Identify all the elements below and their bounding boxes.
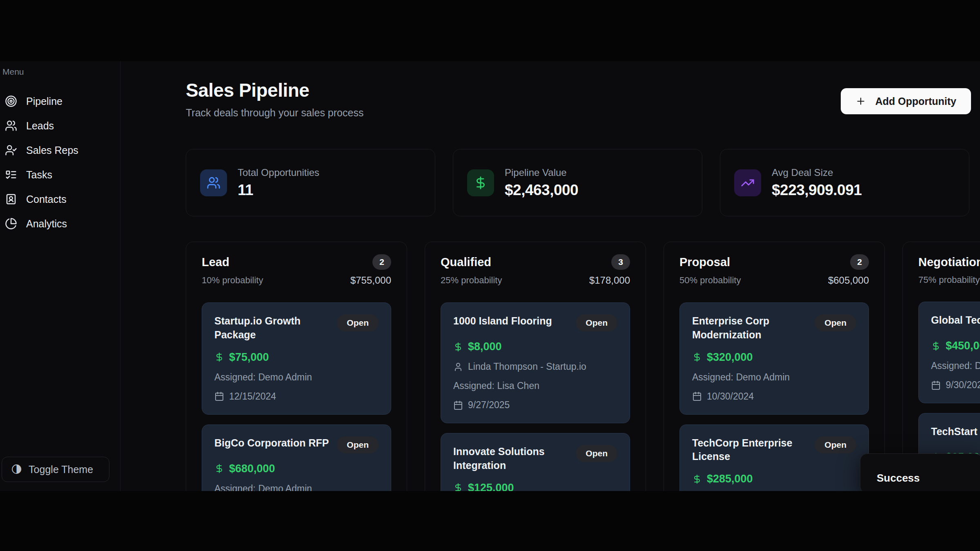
opportunity-title: TechCorp Enterprise License	[692, 436, 810, 464]
opportunity-title: Innovate Solutions Integration	[453, 445, 571, 473]
opportunity-title: TechStart AI Tools	[931, 425, 980, 439]
dollar-icon	[214, 352, 224, 362]
opportunity-card[interactable]: BigCo Corporation RFP Open $680,000 Assi…	[202, 424, 391, 491]
stat-label: Pipeline Value	[505, 167, 578, 178]
column-count-badge: 2	[850, 254, 869, 270]
status-badge: Open	[337, 436, 379, 453]
stat-label: Avg Deal Size	[772, 167, 862, 178]
sidebar-item-label: Sales Reps	[26, 144, 78, 156]
column-count-badge: 3	[611, 254, 630, 270]
deal-value: $680,000	[214, 462, 379, 475]
status-badge: Open	[337, 314, 379, 331]
stat-label: Total Opportunities	[238, 167, 319, 178]
pipeline-board: Lead 2 10% probability $755,000 Startup.…	[186, 242, 980, 491]
opportunity-card[interactable]: Innovate Solutions Integration Open $125…	[441, 433, 630, 491]
opportunity-card[interactable]: TechCorp Enterprise License Open $285,00…	[679, 424, 869, 491]
opportunity-card[interactable]: 1000 Island Flooring Open $8,000 Linda T…	[441, 302, 630, 423]
deal-value: $125,000	[453, 482, 617, 491]
sidebar-item-pipeline[interactable]: Pipeline	[2, 89, 117, 113]
column-total: $605,000	[828, 275, 869, 286]
status-badge: Open	[576, 314, 617, 331]
calendar-icon	[692, 391, 702, 401]
stats-row: Total Opportunities 11 Pipeline Value $2…	[186, 149, 980, 216]
users-icon	[5, 120, 17, 132]
stat-card-pipeline-value: Pipeline Value $2,463,000	[453, 149, 702, 216]
assigned-to: Assigned: Demo Admin	[692, 372, 856, 383]
status-badge: Open	[815, 436, 856, 453]
calendar-icon	[453, 400, 463, 410]
app-window: Menu Pipeline Leads Sales Reps Tasks Con…	[0, 61, 980, 491]
close-date: 9/30/2025	[931, 380, 980, 391]
column-probability: 25% probability	[441, 275, 502, 286]
deal-value: $285,000	[692, 473, 856, 485]
sidebar-item-label: Analytics	[26, 218, 67, 230]
deal-value: $75,000	[214, 351, 379, 364]
success-toast: Success	[860, 453, 980, 491]
opportunity-card[interactable]: Global Tech Expansion Open $450,000 Assi…	[918, 302, 980, 403]
stat-card-total-opportunities: Total Opportunities 11	[186, 149, 435, 216]
assigned-to: Assigned: Demo Admin	[214, 372, 379, 383]
stat-card-avg-deal-size: Avg Deal Size $223,909.091	[720, 149, 969, 216]
sidebar-item-analytics[interactable]: Analytics	[2, 211, 117, 236]
user-icon	[453, 362, 463, 372]
users-icon	[207, 176, 220, 190]
opportunity-title: Startup.io Growth Package	[214, 314, 332, 342]
dollar-icon	[214, 464, 224, 473]
list-todo-icon	[5, 169, 17, 181]
status-badge: Open	[576, 445, 617, 462]
sidebar-item-leads[interactable]: Leads	[2, 113, 117, 138]
opportunity-card[interactable]: Enterprise Corp Modernization Open $320,…	[679, 302, 869, 415]
close-date: 12/15/2024	[214, 391, 379, 402]
contact-card-icon	[5, 193, 17, 205]
pie-chart-icon	[5, 218, 17, 230]
sidebar: Menu Pipeline Leads Sales Reps Tasks Con…	[0, 61, 120, 491]
dollar-icon	[453, 483, 463, 491]
page-title: Sales Pipeline	[186, 79, 363, 101]
column-probability: 75% probability	[918, 275, 980, 285]
sidebar-item-contacts[interactable]: Contacts	[2, 187, 117, 211]
user-check-icon	[5, 144, 17, 156]
column-lead: Lead 2 10% probability $755,000 Startup.…	[186, 242, 407, 491]
target-icon	[5, 95, 17, 107]
sidebar-item-sales-reps[interactable]: Sales Reps	[2, 138, 117, 162]
opportunity-card[interactable]: Startup.io Growth Package Open $75,000 A…	[202, 302, 391, 415]
dollar-icon	[931, 341, 941, 351]
sidebar-item-tasks[interactable]: Tasks	[2, 162, 117, 187]
stat-value: $2,463,000	[505, 182, 578, 199]
dollar-icon	[692, 474, 702, 484]
toggle-theme-button[interactable]: 🌗 Toggle Theme	[2, 457, 109, 482]
column-title: Qualified	[441, 256, 491, 269]
close-date: 9/27/2025	[453, 400, 617, 411]
plus-icon	[855, 96, 866, 107]
opportunity-title: BigCo Corporation RFP	[214, 436, 329, 450]
toggle-theme-label: Toggle Theme	[29, 464, 93, 475]
column-title: Proposal	[679, 256, 730, 269]
column-total: $178,000	[589, 275, 630, 286]
main-content: Sales Pipeline Track deals through your …	[120, 61, 980, 491]
add-opportunity-button[interactable]: Add Opportunity	[841, 88, 971, 114]
assigned-to: Assigned: Demo Admin	[214, 483, 379, 491]
deal-value: $320,000	[692, 351, 856, 364]
status-badge: Open	[815, 314, 856, 331]
dollar-icon	[474, 176, 488, 190]
stat-value: $223,909.091	[772, 182, 862, 199]
column-title: Lead	[202, 256, 229, 269]
add-opportunity-label: Add Opportunity	[875, 96, 956, 107]
contact-person: Linda Thompson - Startup.io	[453, 361, 617, 372]
calendar-icon	[931, 380, 941, 390]
deal-value: $450,000	[931, 340, 980, 352]
moon-theme-icon: 🌗	[11, 464, 22, 475]
column-proposal: Proposal 2 50% probability $605,000 Ente…	[664, 242, 885, 491]
opportunity-title: 1000 Island Flooring	[453, 314, 552, 328]
opportunity-title: Global Tech Expansion	[931, 313, 980, 327]
close-date: 10/30/2024	[692, 391, 856, 402]
trending-up-stat-tile	[734, 169, 761, 196]
assigned-to: Assigned: Demo Admin	[931, 360, 980, 371]
sidebar-menu: Pipeline Leads Sales Reps Tasks Contacts…	[2, 89, 117, 236]
column-total: $755,000	[350, 275, 391, 286]
dollar-icon	[692, 352, 702, 362]
opportunity-title: Enterprise Corp Modernization	[692, 314, 810, 342]
assigned-to: Assigned: Lisa Chen	[453, 380, 617, 391]
calendar-icon	[214, 391, 224, 401]
trending-up-icon	[741, 176, 755, 190]
